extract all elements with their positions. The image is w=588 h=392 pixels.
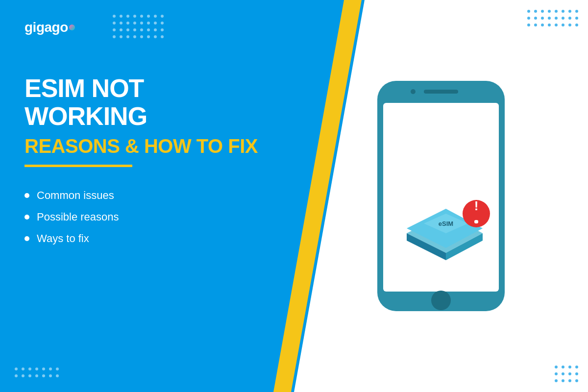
phone-svg <box>372 76 510 316</box>
svg-rect-2 <box>424 90 458 94</box>
left-section: gigago ESIM NOT WORKING REASONS & HOW TO… <box>0 0 294 392</box>
main-heading: ESIM NOT WORKING <box>24 74 270 130</box>
dots-bottom-left <box>15 368 59 377</box>
phone-illustration: eSIM ! <box>372 76 510 316</box>
logo-text: gigago <box>24 20 68 35</box>
svg-text:eSIM: eSIM <box>439 220 453 227</box>
page-container: gigago ESIM NOT WORKING REASONS & HOW TO… <box>0 0 588 392</box>
svg-text:!: ! <box>474 198 479 213</box>
esim-chip-svg: eSIM ! <box>397 196 495 260</box>
list-item-2-text: Possible reasons <box>37 211 119 223</box>
esim-chip-container: eSIM ! <box>397 196 495 262</box>
svg-rect-13 <box>474 220 478 223</box>
main-content: gigago ESIM NOT WORKING REASONS & HOW TO… <box>0 0 588 392</box>
svg-point-4 <box>431 291 451 310</box>
feature-list: Common issues Possible reasons Ways to f… <box>24 189 270 254</box>
logo-dot-icon <box>69 24 75 30</box>
dots-bottom-right <box>555 366 578 382</box>
dots-top-right <box>527 10 578 26</box>
bullet-dot-2 <box>24 215 29 220</box>
svg-point-3 <box>411 89 416 94</box>
dots-blue-mid-top <box>113 15 164 38</box>
sub-heading: REASONS & HOW TO FIX <box>24 135 270 157</box>
list-item-1: Common issues <box>24 189 270 202</box>
list-item-3: Ways to fix <box>24 232 270 245</box>
list-item-2: Possible reasons <box>24 211 270 223</box>
bullet-dot-1 <box>24 193 29 198</box>
yellow-underline-decoration <box>24 165 132 167</box>
list-item-1-text: Common issues <box>37 189 114 202</box>
list-item-3-text: Ways to fix <box>37 232 89 245</box>
bullet-dot-3 <box>24 236 29 241</box>
right-section: eSIM ! <box>294 0 588 392</box>
